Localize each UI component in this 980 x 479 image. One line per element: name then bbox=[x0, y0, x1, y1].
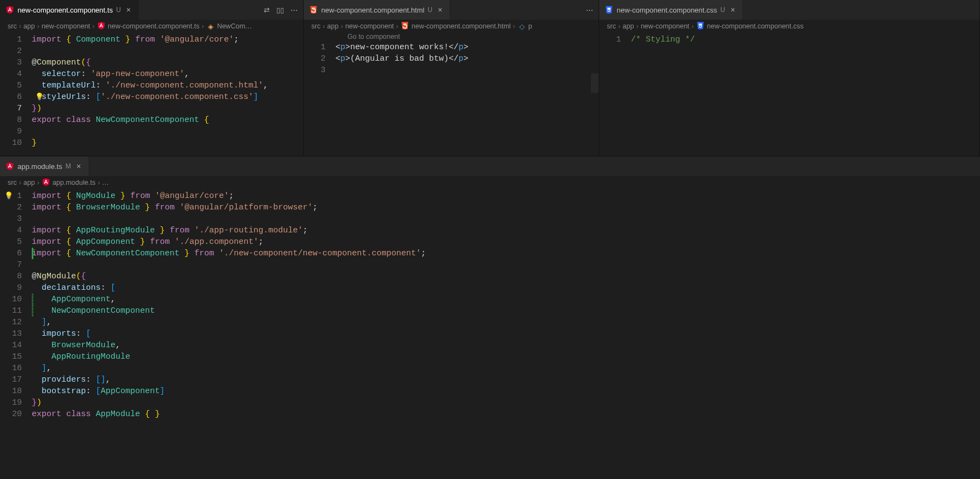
code-content[interactable]: imports: [ bbox=[32, 328, 91, 340]
code-content[interactable]: } bbox=[32, 137, 37, 149]
code-line[interactable]: 4import { AppRoutingModule } from './app… bbox=[0, 225, 980, 236]
code-content[interactable]: providers: [], bbox=[32, 374, 111, 385]
lightbulb-icon[interactable]: 💡 bbox=[4, 190, 13, 202]
breadcrumb-segment[interactable]: app bbox=[24, 179, 35, 186]
code-line[interactable]: 14 BrowserModule, bbox=[0, 340, 980, 351]
tab-close-icon[interactable]: × bbox=[436, 5, 444, 14]
code-line[interactable]: 2<p>(Angular is bad btw)</p> bbox=[304, 53, 599, 65]
code-editor[interactable]: 💡1import { NgModule } from '@angular/cor… bbox=[0, 189, 980, 420]
code-content[interactable]: AppComponent, bbox=[32, 294, 115, 305]
code-line[interactable]: 11 NewComponentComponent bbox=[0, 305, 980, 317]
code-content[interactable]: AppRoutingModule bbox=[32, 351, 130, 363]
code-line[interactable]: 6 styleUrls: ['./new-component.component… bbox=[0, 91, 303, 103]
code-line[interactable]: 19}) bbox=[0, 397, 980, 408]
code-content[interactable]: declarations: [ bbox=[32, 282, 115, 294]
breadcrumb-segment[interactable]: new-component.component.css bbox=[707, 22, 803, 30]
code-editor[interactable]: 1/* Styling */ bbox=[599, 33, 979, 45]
code-line[interactable]: 20export class AppModule { } bbox=[0, 408, 980, 420]
code-content[interactable]: BrowserModule, bbox=[32, 340, 120, 351]
editor-tab[interactable]: new-component.component.tsU× bbox=[0, 0, 139, 20]
code-line[interactable]: 1<p>new-component works!</p> bbox=[304, 42, 599, 53]
code-line[interactable]: 2 bbox=[0, 45, 303, 57]
code-line[interactable]: 1import { Component } from '@angular/cor… bbox=[0, 34, 303, 45]
code-editor[interactable]: 1<p>new-component works!</p>2<p>(Angular… bbox=[304, 40, 599, 76]
breadcrumb-segment[interactable]: app bbox=[327, 22, 339, 30]
code-line[interactable]: 9 bbox=[0, 126, 303, 137]
code-content[interactable]: import { NgModule } from '@angular/core'… bbox=[32, 190, 234, 202]
code-line[interactable]: 13 imports: [ bbox=[0, 328, 980, 340]
breadcrumb-segment[interactable]: new-component.component.ts bbox=[108, 22, 199, 30]
compare-icon[interactable]: ⇄ bbox=[264, 6, 270, 14]
code-line[interactable]: 1/* Styling */ bbox=[599, 34, 979, 45]
code-content[interactable]: import { Component } from '@angular/core… bbox=[32, 34, 239, 45]
code-line[interactable]: 3 bbox=[0, 213, 980, 225]
code-content[interactable]: bootstrap: [AppComponent] bbox=[32, 385, 165, 397]
code-line[interactable]: 2import { BrowserModule } from '@angular… bbox=[0, 202, 980, 213]
tab-close-icon[interactable]: × bbox=[728, 5, 737, 14]
code-line[interactable]: 16 ], bbox=[0, 363, 980, 374]
code-content[interactable]: import { AppComponent } from './app.comp… bbox=[32, 236, 263, 248]
breadcrumb-segment[interactable]: p bbox=[529, 22, 532, 30]
code-content[interactable]: import { NewComponentComponent } from '.… bbox=[32, 248, 426, 259]
code-content[interactable]: export class AppModule { } bbox=[32, 408, 160, 420]
code-content[interactable]: ], bbox=[32, 363, 51, 374]
code-content[interactable]: ], bbox=[32, 317, 51, 328]
breadcrumb[interactable]: src›app›app.module.ts›… bbox=[0, 176, 980, 189]
breadcrumb-segment[interactable]: app bbox=[24, 22, 35, 30]
code-line[interactable]: 9 declarations: [ bbox=[0, 282, 980, 294]
code-line[interactable]: 3@Component({ bbox=[0, 57, 303, 68]
tab-close-icon[interactable]: × bbox=[124, 5, 133, 14]
breadcrumb-segment[interactable]: app.module.ts bbox=[53, 179, 96, 186]
code-content[interactable]: export class NewComponentComponent { bbox=[32, 114, 209, 126]
code-line[interactable]: 12 ], bbox=[0, 317, 980, 328]
code-content[interactable]: import { AppRoutingModule } from './app-… bbox=[32, 225, 308, 236]
codelens-hint[interactable]: Go to component bbox=[304, 33, 599, 40]
minimap[interactable] bbox=[591, 73, 599, 93]
code-line[interactable]: 17 providers: [], bbox=[0, 374, 980, 385]
code-line[interactable]: 8@NgModule({ bbox=[0, 271, 980, 282]
more-icon[interactable]: ⋯ bbox=[586, 6, 593, 14]
code-editor[interactable]: 1import { Component } from '@angular/cor… bbox=[0, 33, 303, 149]
breadcrumb-segment[interactable]: src bbox=[8, 179, 17, 186]
breadcrumb-segment[interactable]: new-component bbox=[42, 22, 90, 30]
breadcrumb-segment[interactable]: src bbox=[8, 22, 17, 30]
code-content[interactable]: NewComponentComponent bbox=[32, 305, 155, 317]
code-line[interactable]: 10} bbox=[0, 137, 303, 149]
breadcrumb[interactable]: src›app›new-component›new-component.comp… bbox=[0, 20, 303, 33]
code-line[interactable]: 8export class NewComponentComponent { bbox=[0, 114, 303, 126]
breadcrumb-segment[interactable]: new-component bbox=[641, 22, 689, 30]
breadcrumb-segment[interactable]: new-component.component.html bbox=[411, 22, 511, 30]
code-line[interactable]: 5 templateUrl: './new-component.componen… bbox=[0, 80, 303, 91]
code-line[interactable]: 10 AppComponent, bbox=[0, 294, 980, 305]
editor-tab[interactable]: app.module.tsM× bbox=[0, 156, 89, 176]
code-content[interactable]: }) bbox=[32, 103, 42, 114]
breadcrumb-segment[interactable]: NewCom… bbox=[217, 22, 252, 30]
code-content[interactable]: selector: 'app-new-component', bbox=[32, 68, 189, 80]
code-line[interactable]: 5import { AppComponent } from './app.com… bbox=[0, 236, 980, 248]
code-content[interactable]: @Component({ bbox=[32, 57, 91, 68]
code-content[interactable]: @NgModule({ bbox=[32, 271, 86, 282]
editor-tab[interactable]: new-component.component.cssU× bbox=[599, 0, 743, 20]
code-line[interactable]: 7 bbox=[0, 259, 980, 271]
code-content[interactable]: }) bbox=[32, 397, 42, 408]
more-icon[interactable]: ⋯ bbox=[291, 6, 298, 14]
code-content[interactable]: templateUrl: './new-component.component.… bbox=[32, 80, 268, 91]
breadcrumb-segment[interactable]: new-component bbox=[345, 22, 394, 30]
code-line[interactable]: 18 bootstrap: [AppComponent] bbox=[0, 385, 980, 397]
code-line[interactable]: 1import { NgModule } from '@angular/core… bbox=[0, 190, 980, 202]
code-content[interactable]: styleUrls: ['./new-component.component.c… bbox=[32, 91, 258, 103]
breadcrumb-segment[interactable]: src bbox=[311, 22, 321, 30]
editor-tab[interactable]: new-component.component.htmlU× bbox=[304, 0, 450, 20]
code-content[interactable]: <p>(Angular is bad btw)</p> bbox=[335, 53, 468, 65]
breadcrumb-segment[interactable]: … bbox=[102, 179, 109, 186]
code-content[interactable]: /* Styling */ bbox=[631, 34, 695, 45]
breadcrumb-segment[interactable]: src bbox=[607, 22, 616, 30]
code-line[interactable]: 4 selector: 'app-new-component', bbox=[0, 68, 303, 80]
breadcrumb[interactable]: src›app›new-component›new-component.comp… bbox=[304, 20, 599, 33]
code-content[interactable]: import { BrowserModule } from '@angular/… bbox=[32, 202, 317, 213]
code-line[interactable]: 15 AppRoutingModule bbox=[0, 351, 980, 363]
tab-close-icon[interactable]: × bbox=[74, 162, 83, 171]
lightbulb-icon[interactable]: 💡 bbox=[35, 91, 44, 103]
split-icon[interactable]: ▯▯ bbox=[276, 6, 284, 14]
code-line[interactable]: 7}) bbox=[0, 103, 303, 114]
